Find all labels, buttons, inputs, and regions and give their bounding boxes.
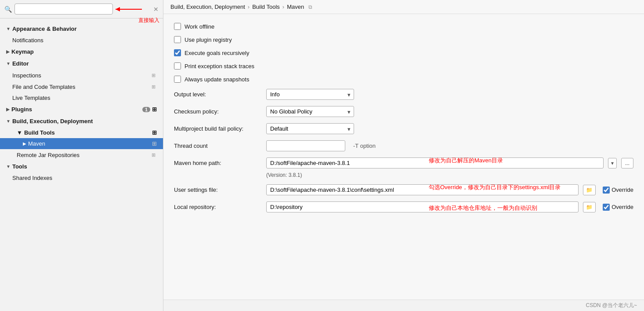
- checkbox-print-exception: Print exception stack traces: [174, 62, 633, 70]
- sidebar-item-live-templates[interactable]: Live Templates: [0, 92, 163, 103]
- always-update-label: Always update snapshots: [185, 76, 249, 83]
- maven-home-dropdown-btn[interactable]: ▾: [608, 158, 617, 168]
- work-offline-label: Work offline: [185, 23, 214, 30]
- thread-count-row: Thread count -T option: [174, 140, 633, 151]
- thread-count-label: Thread count: [174, 143, 262, 149]
- chevron-right-icon: ▶: [23, 141, 26, 146]
- checksum-policy-select[interactable]: No Global Policy Fail Warn Ignore: [266, 106, 354, 117]
- sidebar-section-build[interactable]: ▼ Build, Execution, Deployment: [0, 115, 163, 127]
- maven-home-browse-btn[interactable]: ...: [621, 158, 633, 168]
- always-update-checkbox[interactable]: [174, 76, 181, 83]
- search-clear[interactable]: ✕: [153, 6, 159, 13]
- maven-home-input[interactable]: [266, 157, 604, 168]
- breadcrumb-part3: Maven: [287, 4, 304, 10]
- sidebar-section-appearance[interactable]: ▼ Appearance & Behavior: [0, 23, 163, 35]
- settings-icon: ⊞: [152, 106, 157, 113]
- sidebar-item-notifications[interactable]: Notifications: [0, 35, 163, 46]
- sidebar-section-label: Tools: [12, 163, 27, 170]
- output-level-select[interactable]: Quiet Info Debug: [266, 89, 354, 100]
- checkbox-execute-goals: Execute goals recursively: [174, 49, 633, 56]
- sidebar-subitem-label: Maven: [28, 140, 45, 147]
- print-exception-label: Print exception stack traces: [185, 63, 254, 70]
- breadcrumb-part2: Build Tools: [252, 4, 280, 10]
- sidebar-section-tools[interactable]: ▼ Tools: [0, 161, 163, 172]
- multiproject-policy-row: Multiproject build fail policy: Default …: [174, 123, 633, 134]
- search-input[interactable]: maven: [14, 4, 113, 15]
- multiproject-policy-select-wrapper: Default Fail At End Fail Fast Never Fail: [266, 123, 354, 134]
- maven-home-row: Maven home path: ▾ ...: [174, 157, 633, 168]
- execute-goals-checkbox[interactable]: [174, 49, 181, 56]
- output-level-label: Output level:: [174, 91, 262, 98]
- sidebar-content: ▼ Appearance & Behavior Notifications ▶ …: [0, 20, 163, 311]
- chevron-down-icon: ▼: [6, 61, 11, 66]
- chevron-right-icon: ▶: [6, 107, 10, 112]
- checkbox-use-plugin: Use plugin registry: [174, 36, 633, 43]
- search-arrow: [116, 5, 151, 14]
- maven-home-section: 修改为自己解压的Maven目录 Maven home path: ▾ ...: [174, 157, 633, 168]
- checkbox-work-offline: Work offline: [174, 23, 633, 30]
- sidebar-subitem-maven[interactable]: ▶ Maven ⊞: [0, 138, 163, 149]
- settings-icon: ⊞: [150, 151, 157, 158]
- sidebar-section-label: Plugins: [11, 106, 32, 113]
- sidebar-section-plugins[interactable]: ▶ Plugins 1 ⊞: [0, 103, 163, 115]
- breadcrumb-part1: Build, Execution, Deployment: [170, 4, 245, 10]
- sidebar-subsection-build-tools[interactable]: ▼ Build Tools ⊞: [0, 127, 163, 138]
- plugin-badge: 1: [142, 107, 150, 112]
- breadcrumb: Build, Execution, Deployment › Build Too…: [163, 0, 644, 14]
- local-repo-input[interactable]: [266, 201, 579, 212]
- checksum-policy-row: Checksum policy: No Global Policy Fail W…: [174, 106, 633, 117]
- output-level-row: Output level: Quiet Info Debug: [174, 89, 633, 100]
- local-repo-section: 修改为自己本地仓库地址，一般为自动识别 Local repository: 📁 …: [174, 201, 633, 212]
- sidebar-item-remote-jar[interactable]: Remote Jar Repositories ⊞: [0, 149, 163, 161]
- breadcrumb-sep1: ›: [248, 4, 250, 10]
- work-offline-checkbox[interactable]: [174, 23, 181, 30]
- content-body: Work offline Use plugin registry Execute…: [163, 14, 644, 300]
- use-plugin-label: Use plugin registry: [185, 37, 232, 43]
- user-settings-folder-btn[interactable]: 📁: [583, 185, 596, 195]
- sidebar-section-label: Editor: [12, 60, 29, 67]
- search-box: 🔍 maven ✕: [0, 0, 163, 18]
- sidebar-item-shared-indexes[interactable]: Shared Indexes: [0, 172, 163, 183]
- maven-home-label: Maven home path:: [174, 160, 262, 166]
- sidebar-section-label: Build, Execution, Deployment: [12, 118, 93, 124]
- multiproject-policy-select[interactable]: Default Fail At End Fail Fast Never Fail: [266, 123, 354, 134]
- credit-text: CSDN @当个老六儿~: [586, 302, 637, 308]
- user-settings-row: User settings file: 📁 Override: [174, 184, 633, 195]
- output-level-select-wrapper: Quiet Info Debug: [266, 89, 354, 100]
- user-settings-override-checkbox[interactable]: [603, 187, 610, 194]
- svg-marker-1: [116, 7, 120, 11]
- sidebar-section-keymap[interactable]: ▶ Keymap: [0, 46, 163, 58]
- sidebar-item-inspections[interactable]: Inspections ⊞: [0, 70, 163, 81]
- sidebar: 🔍 maven ✕ 直接输入 ▼ Appearance & Behavior N…: [0, 0, 163, 311]
- sidebar-section-label: Appearance & Behavior: [12, 26, 77, 32]
- print-exception-checkbox[interactable]: [174, 62, 181, 70]
- checksum-policy-select-wrapper: No Global Policy Fail Warn Ignore: [266, 106, 354, 117]
- local-repo-row: Local repository: 📁 Override: [174, 201, 633, 212]
- execute-goals-label: Execute goals recursively: [185, 50, 249, 56]
- version-note: (Version: 3.8.1): [266, 172, 633, 178]
- user-settings-input[interactable]: [266, 184, 579, 195]
- thread-count-input[interactable]: [266, 140, 345, 151]
- sidebar-section-editor[interactable]: ▼ Editor: [0, 58, 163, 70]
- use-plugin-checkbox[interactable]: [174, 36, 181, 43]
- chevron-down-icon: ▼: [6, 164, 11, 169]
- settings-icon: ⊞: [150, 83, 157, 90]
- multiproject-policy-label: Multiproject build fail policy:: [174, 125, 262, 132]
- user-settings-section: 勾选Override，修改为自己目录下的settings.xml目录 User …: [174, 184, 633, 195]
- local-repo-override-checkbox[interactable]: [603, 204, 610, 211]
- bottom-bar: CSDN @当个老六儿~: [163, 300, 644, 311]
- sidebar-item-file-code-templates[interactable]: File and Code Templates ⊞: [0, 81, 163, 92]
- settings-icon: ⊞: [150, 72, 157, 79]
- checkbox-always-update: Always update snapshots: [174, 76, 633, 83]
- main-content: Build, Execution, Deployment › Build Too…: [163, 0, 644, 311]
- local-repo-folder-btn[interactable]: 📁: [583, 202, 596, 212]
- local-repo-label: Local repository:: [174, 204, 262, 210]
- checksum-policy-label: Checksum policy:: [174, 108, 262, 115]
- copy-icon[interactable]: ⧉: [308, 4, 312, 10]
- chevron-down-icon: ▼: [6, 119, 11, 124]
- settings-icon: ⊞: [152, 140, 157, 147]
- settings-icon: ⊞: [152, 129, 157, 136]
- chevron-down-icon: ▼: [17, 129, 22, 136]
- chevron-down-icon: ▼: [6, 26, 11, 31]
- chevron-right-icon: ▶: [6, 49, 10, 54]
